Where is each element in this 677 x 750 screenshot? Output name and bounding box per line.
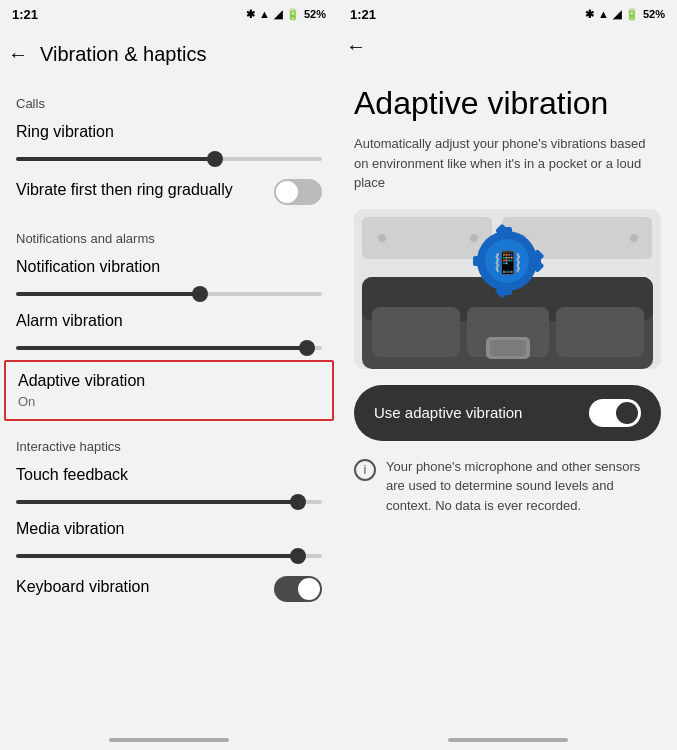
right-back-button[interactable]: ← bbox=[346, 35, 366, 58]
media-vibration-fill bbox=[16, 554, 298, 558]
left-bottom-nav bbox=[0, 730, 338, 750]
vibrate-first-title: Vibrate first then ring gradually bbox=[16, 181, 258, 199]
right-status-bar: 1:21 ✱ ▲ ◢ 🔋 52% bbox=[338, 0, 677, 28]
vibrate-first-row[interactable]: Vibrate first then ring gradually bbox=[0, 169, 338, 215]
wifi-icon: ◢ bbox=[274, 8, 282, 21]
right-wifi-icon: ◢ bbox=[613, 8, 621, 21]
battery-icon: 🔋 bbox=[286, 8, 300, 21]
media-vibration-title: Media vibration bbox=[16, 520, 322, 538]
vibrate-first-toggle-thumb bbox=[276, 181, 298, 203]
touch-feedback-slider[interactable] bbox=[0, 496, 338, 512]
svg-rect-11 bbox=[556, 307, 644, 357]
use-adaptive-toggle[interactable] bbox=[589, 399, 641, 427]
right-toolbar: ← bbox=[338, 28, 677, 64]
left-nav-indicator bbox=[109, 738, 229, 742]
right-nav-indicator bbox=[448, 738, 568, 742]
vibrate-first-text: Vibrate first then ring gradually bbox=[16, 181, 274, 203]
illustration-container: 📳 bbox=[354, 209, 661, 369]
info-text: Your phone's microphone and other sensor… bbox=[386, 457, 661, 516]
adaptive-vibration-row[interactable]: Adaptive vibration On bbox=[4, 360, 334, 421]
right-battery-icon: 🔋 bbox=[625, 8, 639, 21]
media-vibration-track bbox=[16, 554, 322, 558]
notification-vibration-thumb[interactable] bbox=[192, 286, 208, 302]
media-vibration-row[interactable]: Media vibration bbox=[0, 512, 338, 550]
notification-vibration-slider[interactable] bbox=[0, 288, 338, 304]
info-row: i Your phone's microphone and other sens… bbox=[354, 457, 661, 516]
right-time: 1:21 bbox=[350, 7, 376, 22]
left-panel: 1:21 ✱ ▲ ◢ 🔋 52% ← Vibration & haptics C… bbox=[0, 0, 338, 750]
notification-vibration-fill bbox=[16, 292, 200, 296]
calls-section-label: Calls bbox=[0, 80, 338, 115]
touch-feedback-fill bbox=[16, 500, 298, 504]
interactive-haptics-label: Interactive haptics bbox=[0, 423, 338, 458]
ring-vibration-fill bbox=[16, 157, 215, 161]
touch-feedback-row[interactable]: Touch feedback bbox=[0, 458, 338, 496]
touch-feedback-thumb[interactable] bbox=[290, 494, 306, 510]
alarm-vibration-row[interactable]: Alarm vibration bbox=[0, 304, 338, 342]
left-status-icons: ✱ ▲ ◢ 🔋 52% bbox=[246, 8, 326, 21]
alarm-vibration-slider[interactable] bbox=[0, 342, 338, 358]
left-status-bar: 1:21 ✱ ▲ ◢ 🔋 52% bbox=[0, 0, 338, 28]
adaptive-vibration-description: Automatically adjust your phone's vibrat… bbox=[354, 134, 661, 193]
touch-feedback-track bbox=[16, 500, 322, 504]
media-vibration-slider[interactable] bbox=[0, 550, 338, 566]
couch-illustration: 📳 bbox=[354, 209, 661, 369]
svg-rect-9 bbox=[372, 307, 460, 357]
use-adaptive-vibration-row[interactable]: Use adaptive vibration bbox=[354, 385, 661, 441]
alarm-vibration-track bbox=[16, 346, 322, 350]
adaptive-vibration-page-title: Adaptive vibration bbox=[354, 84, 661, 122]
right-bottom-nav bbox=[338, 730, 677, 750]
adaptive-vibration-title: Adaptive vibration bbox=[18, 372, 320, 390]
right-bluetooth-icon: ✱ bbox=[585, 8, 594, 21]
right-content: Adaptive vibration Automatically adjust … bbox=[338, 64, 677, 730]
svg-point-2 bbox=[378, 234, 386, 242]
left-content: Calls Ring vibration Vibrate first then … bbox=[0, 80, 338, 730]
left-page-title: Vibration & haptics bbox=[40, 43, 206, 66]
keyboard-vibration-toggle[interactable] bbox=[274, 576, 322, 602]
use-adaptive-toggle-thumb bbox=[616, 402, 638, 424]
left-time: 1:21 bbox=[12, 7, 38, 22]
adaptive-vibration-subtitle: On bbox=[18, 394, 320, 409]
keyboard-vibration-text: Keyboard vibration bbox=[16, 578, 274, 600]
ring-vibration-row[interactable]: Ring vibration bbox=[0, 115, 338, 153]
notifications-section-label: Notifications and alarms bbox=[0, 215, 338, 250]
alarm-vibration-title: Alarm vibration bbox=[16, 312, 322, 330]
signal-icon: ▲ bbox=[259, 8, 270, 20]
left-toolbar: ← Vibration & haptics bbox=[0, 28, 338, 80]
touch-feedback-title: Touch feedback bbox=[16, 466, 322, 484]
ring-vibration-thumb[interactable] bbox=[207, 151, 223, 167]
notification-vibration-title: Notification vibration bbox=[16, 258, 322, 276]
notification-vibration-row[interactable]: Notification vibration bbox=[0, 250, 338, 288]
svg-text:📳: 📳 bbox=[494, 249, 522, 276]
right-status-icons: ✱ ▲ ◢ 🔋 52% bbox=[585, 8, 665, 21]
svg-point-3 bbox=[470, 234, 478, 242]
svg-point-6 bbox=[630, 234, 638, 242]
notification-vibration-track bbox=[16, 292, 322, 296]
bluetooth-icon: ✱ bbox=[246, 8, 255, 21]
vibrate-first-toggle[interactable] bbox=[274, 179, 322, 205]
ring-vibration-title: Ring vibration bbox=[16, 123, 322, 141]
media-vibration-thumb[interactable] bbox=[290, 548, 306, 564]
keyboard-vibration-title: Keyboard vibration bbox=[16, 578, 258, 596]
right-battery-pct: 52% bbox=[643, 8, 665, 20]
left-back-button[interactable]: ← bbox=[8, 43, 28, 66]
alarm-vibration-thumb[interactable] bbox=[299, 340, 315, 356]
ring-vibration-track bbox=[16, 157, 322, 161]
svg-rect-13 bbox=[490, 340, 526, 356]
use-adaptive-label: Use adaptive vibration bbox=[374, 404, 522, 421]
right-signal-icon: ▲ bbox=[598, 8, 609, 20]
right-panel: 1:21 ✱ ▲ ◢ 🔋 52% ← Adaptive vibration Au… bbox=[338, 0, 677, 750]
keyboard-vibration-toggle-thumb bbox=[298, 578, 320, 600]
ring-vibration-slider[interactable] bbox=[0, 153, 338, 169]
keyboard-vibration-row[interactable]: Keyboard vibration bbox=[0, 566, 338, 612]
info-icon: i bbox=[354, 459, 376, 481]
svg-rect-18 bbox=[473, 256, 485, 266]
battery-pct: 52% bbox=[304, 8, 326, 20]
alarm-vibration-fill bbox=[16, 346, 307, 350]
